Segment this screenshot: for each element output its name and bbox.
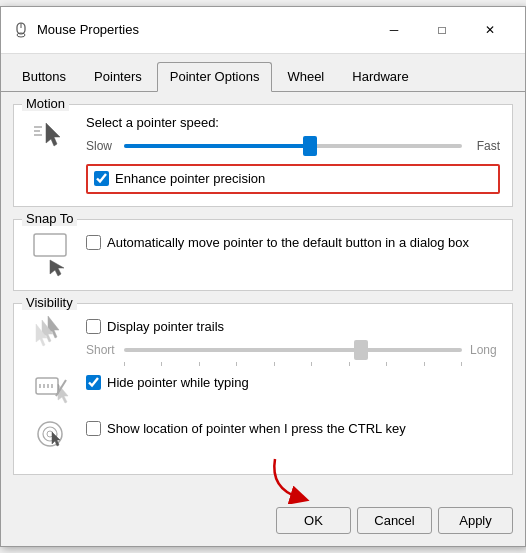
trails-slider-container <box>124 340 462 360</box>
apply-button[interactable]: Apply <box>438 507 513 534</box>
motion-section: Motion Select a pointer speed: Slow <box>13 104 513 207</box>
svg-marker-17 <box>58 384 68 403</box>
svg-marker-9 <box>48 316 59 338</box>
tick-5 <box>274 362 275 366</box>
motion-section-title: Motion <box>22 96 69 111</box>
long-label: Long <box>470 343 500 357</box>
mouse-properties-dialog: Mouse Properties ─ □ ✕ Buttons Pointers … <box>0 6 526 547</box>
hide-typing-controls: Hide pointer while typing <box>86 370 500 392</box>
svg-marker-22 <box>52 432 60 446</box>
tick-10 <box>461 362 462 366</box>
cancel-button[interactable]: Cancel <box>357 507 432 534</box>
title-bar-left: Mouse Properties <box>13 22 139 38</box>
show-location-row: Show location of pointer when I press th… <box>86 420 500 438</box>
enhance-precision-row: Enhance pointer precision <box>86 164 500 194</box>
hide-typing-row: Hide pointer while typing <box>86 374 500 392</box>
snap-to-controls: Automatically move pointer to the defaul… <box>86 230 500 252</box>
speed-slider-thumb[interactable] <box>303 136 317 156</box>
show-location-item: Show location of pointer when I press th… <box>26 416 500 452</box>
trail-tick-marks <box>124 362 462 366</box>
trails-slider-thumb[interactable] <box>354 340 368 360</box>
tab-pointer-options[interactable]: Pointer Options <box>157 62 273 92</box>
auto-move-checkbox[interactable] <box>86 235 101 250</box>
snap-to-icon <box>26 230 74 278</box>
show-location-label[interactable]: Show location of pointer when I press th… <box>107 420 406 438</box>
title-bar: Mouse Properties ─ □ ✕ <box>1 7 525 54</box>
tab-pointers[interactable]: Pointers <box>81 62 155 91</box>
dialog-footer: OK Cancel Apply <box>1 499 525 546</box>
tab-wheel[interactable]: Wheel <box>274 62 337 91</box>
motion-section-inner: Select a pointer speed: Slow Fast <box>26 115 500 194</box>
tab-hardware[interactable]: Hardware <box>339 62 421 91</box>
speed-slider-row: Slow Fast <box>86 136 500 156</box>
tick-6 <box>311 362 312 366</box>
tick-1 <box>124 362 125 366</box>
tab-buttons[interactable]: Buttons <box>9 62 79 91</box>
dialog-title: Mouse Properties <box>37 22 139 37</box>
snap-to-section: Snap To Automatically move pointer to th… <box>13 219 513 291</box>
fast-label: Fast <box>470 139 500 153</box>
motion-icon <box>26 115 74 155</box>
minimize-button[interactable]: ─ <box>371 15 417 45</box>
show-location-controls: Show location of pointer when I press th… <box>86 416 500 438</box>
hide-typing-checkbox[interactable] <box>86 375 101 390</box>
dialog-icon <box>13 22 29 38</box>
visibility-section: Visibility Display pointer trails <box>13 303 513 475</box>
trails-controls: Display pointer trails Short <box>86 314 500 360</box>
hide-typing-label[interactable]: Hide pointer while typing <box>107 374 249 392</box>
ok-arrow <box>265 454 325 504</box>
auto-move-label[interactable]: Automatically move pointer to the defaul… <box>107 234 469 252</box>
tick-8 <box>386 362 387 366</box>
hide-typing-item: Hide pointer while typing <box>26 370 500 406</box>
svg-marker-8 <box>50 260 64 276</box>
short-label: Short <box>86 343 116 357</box>
svg-point-19 <box>38 422 62 446</box>
svg-rect-7 <box>34 234 66 256</box>
hide-typing-icon <box>26 370 74 406</box>
close-button[interactable]: ✕ <box>467 15 513 45</box>
tick-7 <box>349 362 350 366</box>
snap-to-section-title: Snap To <box>22 211 77 226</box>
tab-content: Motion Select a pointer speed: Slow <box>1 92 525 499</box>
speed-slider-container <box>124 136 462 156</box>
trails-label[interactable]: Display pointer trails <box>107 318 224 336</box>
enhance-precision-label[interactable]: Enhance pointer precision <box>115 170 265 188</box>
tick-4 <box>236 362 237 366</box>
show-location-checkbox[interactable] <box>86 421 101 436</box>
motion-controls: Select a pointer speed: Slow Fast <box>86 115 500 194</box>
slow-label: Slow <box>86 139 116 153</box>
trails-checkbox[interactable] <box>86 319 101 334</box>
auto-move-row: Automatically move pointer to the defaul… <box>86 234 500 252</box>
speed-slider-track <box>124 144 462 148</box>
svg-marker-6 <box>46 123 60 146</box>
trails-row: Display pointer trails <box>86 318 500 336</box>
trails-slider-track <box>124 348 462 352</box>
maximize-button[interactable]: □ <box>419 15 465 45</box>
trails-slider-row: Short <box>86 340 500 360</box>
snap-to-inner: Automatically move pointer to the defaul… <box>26 230 500 278</box>
show-location-icon <box>26 416 74 452</box>
tick-3 <box>199 362 200 366</box>
tick-9 <box>424 362 425 366</box>
tick-2 <box>161 362 162 366</box>
speed-slider-fill <box>124 144 310 148</box>
enhance-precision-checkbox[interactable] <box>94 171 109 186</box>
speed-label: Select a pointer speed: <box>86 115 500 130</box>
trails-item: Display pointer trails Short <box>26 314 500 360</box>
tab-bar: Buttons Pointers Pointer Options Wheel H… <box>1 54 525 92</box>
visibility-section-title: Visibility <box>22 295 77 310</box>
title-controls: ─ □ ✕ <box>371 15 513 45</box>
ok-button[interactable]: OK <box>276 507 351 534</box>
trails-icon <box>26 314 74 350</box>
